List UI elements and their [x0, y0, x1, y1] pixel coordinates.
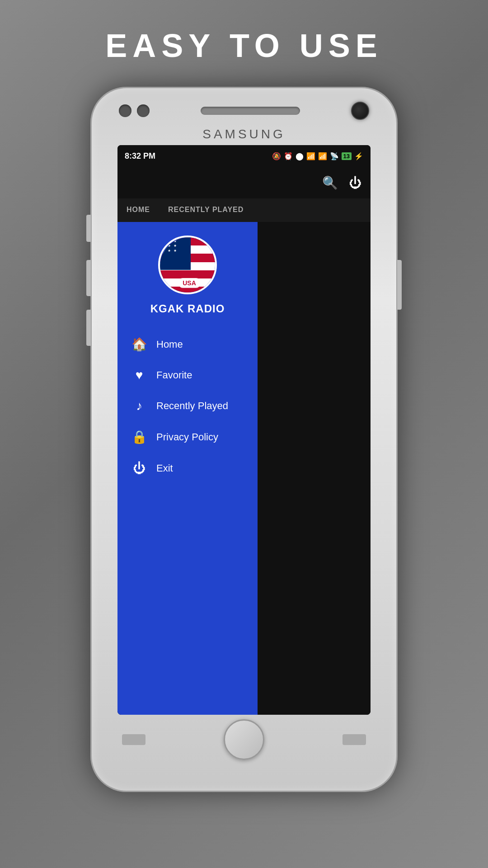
station-name: KGAK RADIO: [150, 302, 225, 315]
battery-icon: 13: [342, 152, 352, 160]
phone-top-area: [92, 88, 396, 120]
bottom-nav-bar: [122, 719, 366, 760]
search-button[interactable]: 🔍: [322, 175, 338, 190]
signal-icon: 📶: [306, 152, 315, 160]
volume-down-button[interactable]: [86, 260, 91, 296]
status-icons: 🔕 ⏰ ⬤ 📶 📶 📡 13 ⚡: [272, 152, 363, 160]
station-logo: ★ ★ ★★ ★ ★★ ★ ★ USA: [158, 236, 217, 294]
tab-recently-played[interactable]: RECENTLY PLAYED: [159, 198, 253, 222]
side-drawer: ★ ★ ★★ ★ ★★ ★ ★ USA KGAK RADIO 🏠 Home: [117, 222, 258, 715]
nav-label-home: Home: [156, 339, 183, 350]
sensor-dot-2: [137, 104, 150, 117]
tab-home[interactable]: HOME: [117, 198, 159, 222]
nav-item-exit[interactable]: ⏻ Exit: [117, 453, 258, 484]
nav-item-recently-played[interactable]: ♪ Recently Played: [117, 391, 258, 421]
app-content: 🔍 ⏻ HOME RECENTLY PLAYED ★ ★ ★★ ★ ★★ ★ ★: [117, 167, 371, 715]
exit-icon: ⏻: [131, 461, 147, 476]
app-body: ★ ★ ★★ ★ ★★ ★ ★ USA KGAK RADIO 🏠 Home: [117, 222, 371, 715]
volume-up-button[interactable]: [86, 215, 91, 242]
status-time: 8:32 PM: [125, 151, 155, 161]
nav-label-exit: Exit: [156, 462, 173, 474]
brand-label: SAMSUNG: [202, 127, 286, 142]
power-button[interactable]: ⏻: [349, 175, 361, 190]
app-tabbar: HOME RECENTLY PLAYED: [117, 198, 371, 222]
circle-icon: ⬤: [296, 152, 304, 160]
lock-icon: 🔒: [131, 429, 147, 444]
nav-item-favorite[interactable]: ♥ Favorite: [117, 360, 258, 391]
nav-label-recently-played: Recently Played: [156, 400, 228, 412]
nav-menu: 🏠 Home ♥ Favorite ♪ Recently Played: [117, 329, 258, 484]
wifi-icon: 📡: [330, 152, 339, 160]
nav-label-privacy-policy: Privacy Policy: [156, 431, 218, 443]
recent-apps-button[interactable]: [343, 734, 366, 745]
nav-item-privacy-policy[interactable]: 🔒 Privacy Policy: [117, 421, 258, 453]
music-icon: ♪: [131, 399, 147, 413]
signal-icon-2: 📶: [318, 152, 327, 160]
phone-bottom-area: [92, 715, 396, 774]
power-side-button[interactable]: [397, 260, 402, 310]
front-camera: [351, 102, 369, 120]
back-button[interactable]: [122, 734, 145, 745]
page-tagline: EASY TO USE: [105, 27, 383, 64]
home-hardware-button[interactable]: [224, 719, 264, 760]
flag-circle: ★ ★ ★★ ★ ★★ ★ ★ USA: [160, 237, 217, 294]
heart-icon: ♥: [131, 368, 147, 382]
main-content-area: [258, 222, 371, 715]
bolt-icon: ⚡: [354, 152, 363, 160]
phone-device: SAMSUNG 8:32 PM 🔕 ⏰ ⬤ 📶 📶 📡 13 ⚡ 🔍 ⏻: [90, 87, 398, 792]
nav-label-favorite: Favorite: [156, 369, 192, 381]
alarm-icon: ⏰: [284, 152, 293, 160]
home-icon: 🏠: [131, 337, 147, 352]
nav-item-home[interactable]: 🏠 Home: [117, 329, 258, 360]
phone-screen: 8:32 PM 🔕 ⏰ ⬤ 📶 📶 📡 13 ⚡ 🔍 ⏻ HOME: [117, 145, 371, 715]
front-sensors: [119, 104, 150, 117]
usa-badge: USA: [179, 278, 200, 288]
app-topbar: 🔍 ⏻: [117, 167, 371, 198]
speaker-grill: [201, 107, 300, 115]
silent-button[interactable]: [86, 310, 91, 346]
sensor-dot-1: [119, 104, 131, 117]
mute-icon: 🔕: [272, 152, 281, 160]
status-bar: 8:32 PM 🔕 ⏰ ⬤ 📶 📶 📡 13 ⚡: [117, 145, 371, 167]
flag-stars: ★ ★ ★★ ★ ★★ ★ ★: [162, 239, 178, 253]
